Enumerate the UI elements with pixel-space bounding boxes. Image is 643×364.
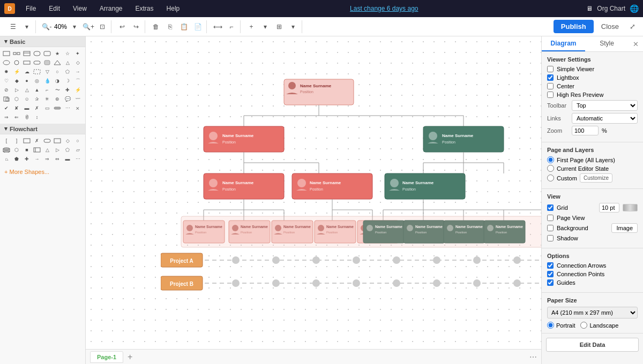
shape-wave[interactable]: 〜 [53, 86, 62, 94]
shape-drop[interactable]: 💧 [43, 77, 51, 85]
shape-speech[interactable]: 💬 [63, 95, 72, 103]
zoom-input[interactable] [572, 126, 599, 135]
panel-close-button[interactable]: ✕ [629, 36, 643, 51]
fc-x-shape[interactable]: ✗ [33, 136, 41, 145]
shape-cyl[interactable]: 🛢 [23, 113, 31, 122]
shape-sun[interactable]: ✳ [43, 95, 51, 103]
center-checkbox[interactable] [547, 83, 554, 89]
format-dropdown[interactable]: ▾ [20, 20, 33, 33]
lightbox-checkbox[interactable] [547, 74, 554, 81]
fc-cylinder[interactable] [2, 146, 11, 154]
shape-badge[interactable]: ⊛ [53, 95, 62, 103]
close-button[interactable]: Close [596, 20, 624, 33]
fc-dbl-arrow[interactable]: ⇔ [53, 155, 62, 163]
more-shapes-link[interactable]: + More Shapes... [0, 165, 85, 178]
customize-button[interactable]: Customize [580, 173, 612, 183]
fc-bracket-close[interactable]: ] [12, 136, 21, 145]
shape-crescent[interactable]: ☽ [63, 77, 72, 85]
shape-rect5[interactable] [33, 67, 41, 76]
shape-tape[interactable]: 〰 [73, 95, 82, 103]
copy-style-button[interactable]: 📋 [177, 20, 190, 33]
connection-points-checkbox[interactable] [547, 271, 554, 277]
links-select[interactable]: AutomaticOpen in New Tab [572, 113, 638, 124]
shape-band[interactable]: ▭ [43, 104, 51, 112]
add-page-button[interactable]: + [125, 352, 134, 362]
shape-x[interactable]: ✗ [33, 104, 41, 112]
shape-dots[interactable]: ⋯ [63, 104, 72, 112]
fc-triangle3[interactable]: ⬠ [63, 146, 72, 154]
shape-cloud[interactable]: ☁ [23, 67, 31, 76]
waypoint-button[interactable]: ⟷ [211, 20, 224, 33]
shape-ban[interactable]: ⊘ [2, 86, 11, 94]
tab-style[interactable]: Style [585, 36, 629, 51]
shape-star[interactable]: ★ [53, 49, 62, 58]
redo-button[interactable]: ↪ [130, 20, 143, 33]
shape-half[interactable]: ◑ [53, 77, 62, 85]
simple-viewer-checkbox[interactable] [547, 66, 554, 72]
shape-cross2[interactable]: ✘ [12, 104, 21, 112]
shape-polygon[interactable] [53, 58, 62, 67]
current-editor-radio[interactable] [547, 165, 554, 172]
custom-radio[interactable] [547, 175, 554, 181]
shape-triangle3[interactable]: ▷ [12, 86, 21, 94]
table-button[interactable]: ⊞ [273, 20, 286, 33]
edit-data-button[interactable]: Edit Data [546, 338, 639, 352]
shape-arrow4[interactable]: ↕ [33, 113, 41, 122]
fc-triangle2[interactable]: ▷ [53, 146, 62, 154]
format-button[interactable]: ☰ [6, 20, 19, 33]
fc-arrow[interactable]: → [33, 155, 41, 163]
menu-arrange[interactable]: Arrange [98, 4, 125, 13]
shape-zigzag[interactable]: ⚡ [73, 86, 82, 94]
insert-dropdown[interactable]: ▾ [259, 20, 272, 33]
shape-rounded3[interactable] [33, 58, 41, 67]
shape-rect4[interactable] [23, 58, 31, 67]
shape-star3[interactable]: ✦ [73, 49, 82, 58]
fc-diamond[interactable]: ◇ [63, 136, 72, 145]
menu-file[interactable]: File [24, 4, 38, 13]
guides-checkbox[interactable] [547, 279, 554, 286]
high-res-checkbox[interactable] [547, 92, 554, 98]
insert-button[interactable]: + [245, 20, 258, 33]
paper-size-select[interactable]: A4 (210 mm x 297 mm) A3 (297 mm x 420 mm… [547, 307, 638, 318]
shape-circle3[interactable]: ● [23, 77, 31, 85]
toolbar-select[interactable]: TopBottomLeftRight [572, 100, 638, 111]
shape-rect3[interactable] [23, 49, 31, 58]
shape-rhombus[interactable]: ◇ [73, 58, 82, 67]
fc-diamond2[interactable]: ⬡ [12, 146, 21, 154]
shape-tick[interactable]: ✔ [2, 104, 11, 112]
table-dropdown[interactable]: ▾ [287, 20, 300, 33]
shape-box[interactable] [2, 95, 11, 103]
connection-arrows-checkbox[interactable] [547, 262, 554, 269]
undo-button[interactable]: ↩ [116, 20, 129, 33]
page-view-checkbox[interactable] [547, 215, 554, 221]
menu-view[interactable]: View [71, 4, 89, 13]
fc-cross[interactable]: ✚ [23, 155, 31, 163]
fc-term[interactable] [43, 136, 51, 145]
fc-circ[interactable]: ○ [73, 136, 82, 145]
delete-button[interactable]: 🗑 [149, 20, 162, 33]
shape-cube[interactable]: ⬡ [12, 95, 21, 103]
shape-triangle4[interactable]: △ [23, 86, 31, 94]
shape-arrow3[interactable]: ⇐ [12, 113, 21, 122]
paste-style-button[interactable]: 📄 [191, 20, 204, 33]
grid-checkbox[interactable] [547, 204, 554, 211]
shadow-checkbox[interactable] [547, 235, 554, 241]
shape-cross[interactable]: ✚ [63, 86, 72, 94]
tab-diagram[interactable]: Diagram [542, 36, 585, 51]
shape-triangle2[interactable]: ▽ [43, 67, 51, 76]
fc-triangle[interactable]: △ [43, 146, 51, 154]
last-change-link[interactable]: Last change 6 days ago [350, 5, 418, 12]
shape-ring[interactable]: ◎ [33, 77, 41, 85]
flowchart-section-header[interactable]: ▾ Flowchart [0, 124, 85, 134]
shape-circle2[interactable]: ○ [53, 67, 62, 76]
shape-arrow[interactable]: → [73, 67, 82, 76]
fullscreen-button[interactable]: ⤢ [626, 20, 639, 33]
shape-rounded2[interactable] [43, 49, 51, 58]
fc-arrow2[interactable]: ⇒ [43, 155, 51, 163]
publish-button[interactable]: Publish [554, 20, 594, 33]
shape-circle[interactable] [12, 58, 21, 67]
background-checkbox[interactable] [547, 225, 554, 231]
shape-rounded4[interactable] [43, 58, 51, 67]
background-image-button[interactable]: Image [611, 223, 638, 233]
shape-rounded[interactable] [33, 49, 41, 58]
